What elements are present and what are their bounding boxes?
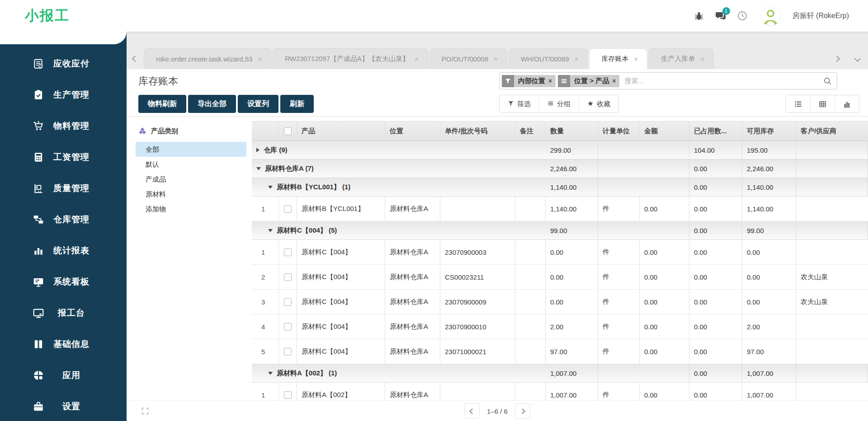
list-view-icon[interactable] (786, 95, 810, 112)
collapse-arrow-icon[interactable] (268, 372, 273, 375)
search-box[interactable]: 内部位置×位置 > 产品×搜索... (499, 72, 837, 89)
primary-button-3[interactable]: 设置列 (238, 95, 278, 113)
clock-icon[interactable] (737, 10, 748, 21)
sidebar-item-4[interactable]: 工资管理 (0, 141, 127, 173)
table-row[interactable]: 1原材料B【YCL001】原材料仓库A1,140.00件0.000.001,14… (252, 196, 868, 221)
sidebar-item-7[interactable]: 统计报表 (0, 235, 127, 266)
group-row[interactable]: 仓库 (9)299.00104.00195.00 (252, 141, 868, 159)
table-view-icon[interactable] (810, 95, 835, 112)
table-row[interactable]: 3原材料C【004】原材料仓库A230709000090.00件0.000.00… (252, 290, 868, 314)
column-header[interactable]: 客户/供应商 (796, 122, 868, 140)
tab-close-icon[interactable]: × (258, 55, 262, 63)
tab-close-icon[interactable]: × (415, 55, 419, 63)
column-header[interactable]: 金额 (640, 122, 689, 140)
primary-button-2[interactable]: 导出全部 (188, 95, 236, 113)
row-checkbox[interactable] (284, 248, 292, 256)
sidebar-item-5[interactable]: 质量管理 (0, 173, 127, 204)
search-filter-chip[interactable]: 内部位置× (502, 75, 556, 87)
row-checkbox[interactable] (284, 391, 292, 399)
column-header[interactable]: 计量单位 (598, 122, 640, 140)
tab-2[interactable]: RW230712097【产成品A】【农夫山泉】× (273, 48, 428, 69)
collapse-arrow-icon[interactable] (268, 186, 273, 189)
column-header[interactable]: 已占用数... (689, 122, 742, 140)
salary-calculator-icon (33, 151, 44, 163)
tab-label: PO/OUT/00008 (442, 55, 488, 63)
category-item-5[interactable]: 添加物 (136, 201, 246, 216)
pager-prev-icon[interactable] (464, 403, 480, 419)
row-checkbox[interactable] (284, 323, 292, 331)
tab-close-icon[interactable]: × (700, 55, 704, 63)
row-checkbox[interactable] (284, 348, 292, 356)
row-checkbox[interactable] (284, 298, 292, 306)
tabs-scroll-left-icon[interactable] (127, 48, 144, 69)
column-header[interactable]: 备注 (515, 122, 546, 140)
warehouse-flow-icon (33, 214, 44, 225)
available-cell: 2.00 (742, 314, 796, 339)
note-cell (515, 265, 546, 289)
tab-1[interactable]: roke.order.create.task.wizard,53× (144, 48, 271, 69)
tab-close-icon[interactable]: × (575, 55, 579, 63)
category-panel-title: 产品类别 (138, 127, 252, 136)
secondary-button-3[interactable]: 收藏 (579, 95, 618, 112)
chart-view-icon[interactable] (835, 95, 859, 112)
basics-book-icon (33, 338, 44, 350)
column-header[interactable]: 位置 (385, 122, 440, 140)
sidebar-item-3[interactable]: 物料管理 (0, 110, 127, 141)
group-row[interactable]: 原材料B【YCL001】 (1)1,140.000.001,140.00 (252, 178, 868, 196)
avatar[interactable] (760, 6, 781, 26)
tab-3[interactable]: PO/OUT/00008× (429, 48, 507, 69)
filter-chip-remove-icon[interactable]: × (548, 77, 556, 84)
sidebar-item-2[interactable]: 生产管理 (0, 79, 127, 110)
tabs-row: roke.order.create.task.wizard,53×RW23071… (127, 48, 841, 69)
sidebar-item-label: 应收应付 (51, 58, 92, 70)
group-row[interactable]: 原材料A【002】 (1)1,007.000.001,007.00 (252, 364, 868, 383)
sidebar-item-1[interactable]: 应收应付 (0, 48, 127, 79)
collapse-arrow-icon[interactable] (268, 229, 273, 232)
chat-icon[interactable]: 1 (715, 10, 726, 21)
pager-next-icon[interactable] (515, 403, 530, 419)
row-checkbox[interactable] (284, 205, 292, 213)
tab-close-icon[interactable]: × (494, 55, 498, 63)
expand-arrow-icon[interactable] (256, 148, 259, 152)
tab-5[interactable]: 库存账本× (589, 48, 647, 69)
sidebar-item-6[interactable]: 仓库管理 (0, 204, 127, 235)
user-name[interactable]: 房振轩 (RokeErp) (793, 11, 849, 21)
group-row[interactable]: 原材料仓库A (7)2,246.000.002,246.00 (252, 159, 868, 178)
category-item-1[interactable]: 全部 (136, 142, 246, 157)
expand-corners-icon[interactable] (141, 407, 150, 416)
select-all-checkbox[interactable] (284, 127, 292, 135)
column-header[interactable]: 数量 (546, 122, 598, 140)
search-icon[interactable] (823, 77, 832, 86)
category-item-4[interactable]: 原材料 (136, 187, 246, 201)
sidebar-item-8[interactable]: 系统看板 (0, 266, 127, 297)
row-checkbox[interactable] (284, 273, 292, 281)
table-row[interactable]: 5原材料C【004】原材料仓库A2307100002197.00件0.000.0… (252, 339, 868, 364)
sidebar-item-10[interactable]: 基础信息 (0, 328, 127, 360)
tab-close-icon[interactable]: × (634, 55, 638, 63)
primary-button-4[interactable]: 刷新 (280, 95, 314, 113)
tab-6[interactable]: 生产入库单× (649, 48, 714, 69)
column-header[interactable]: 可用库存 (742, 122, 796, 140)
location-cell: 原材料仓库A (385, 339, 440, 364)
secondary-button-2[interactable]: 分组 (539, 95, 579, 112)
primary-button-1[interactable]: 物料刷新 (138, 95, 186, 113)
column-header[interactable]: 单件/批次号码 (440, 122, 515, 140)
category-item-2[interactable]: 默认 (136, 157, 246, 172)
category-item-3[interactable]: 产成品 (136, 172, 246, 187)
sidebar-item-9[interactable]: 报工台 (0, 297, 127, 328)
tabs-scroll-right-icon[interactable] (834, 56, 840, 62)
tabs-dropdown-icon[interactable] (854, 56, 861, 62)
sidebar-item-11[interactable]: 应用 (0, 360, 127, 391)
collapse-arrow-icon[interactable] (256, 167, 261, 170)
tab-4[interactable]: WH/OUT/00089× (509, 48, 588, 69)
table-row[interactable]: 1原材料C【004】原材料仓库A230709000030.00件0.000.00… (252, 240, 868, 265)
secondary-button-1[interactable]: 筛选 (500, 95, 539, 112)
table-row[interactable]: 2原材料C【004】原材料仓库ACS000232110.00件0.000.000… (252, 265, 868, 290)
bug-icon[interactable] (693, 10, 704, 21)
search-filter-chip[interactable]: 位置 > 产品× (558, 75, 619, 87)
group-row[interactable]: 原材料C【004】 (5)99.000.0099.00 (252, 221, 868, 240)
column-header[interactable]: 产品 (297, 122, 385, 140)
table-row[interactable]: 4原材料C【004】原材料仓库A230709000102.00件0.000.00… (252, 314, 868, 339)
sidebar-item-12[interactable]: 设置 (0, 391, 127, 421)
filter-chip-remove-icon[interactable]: × (612, 77, 619, 84)
